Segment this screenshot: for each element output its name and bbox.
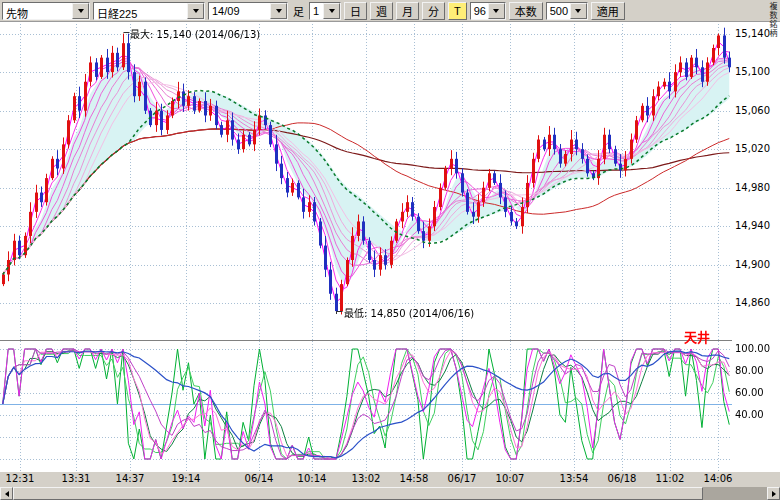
price-axis: 15,14015,10015,06015,02014,98014,94014,9… (735, 22, 779, 340)
x-axis-label: 13:54 (557, 473, 591, 484)
chevron-down-icon[interactable] (570, 3, 587, 19)
x-axis-label: 14:58 (397, 473, 431, 484)
price-axis-label: 15,100 (735, 66, 770, 77)
price-axis-label: 15,060 (735, 105, 770, 116)
period-minute-button[interactable]: 分 (422, 2, 445, 20)
price-axis-label: 15,140 (735, 28, 770, 39)
indicator-axis-label: 80.00 (735, 365, 764, 376)
x-axis-label: 14:37 (113, 473, 147, 484)
x-axis-label: 10:07 (493, 473, 527, 484)
app-window: 先物 日経225 14/09 足 1 日 週 月 分 T 96 本数 500 適… (0, 0, 780, 500)
apply-button[interactable]: 適用 (591, 2, 625, 20)
toolbar: 先物 日経225 14/09 足 1 日 週 月 分 T 96 本数 500 適… (0, 0, 780, 22)
price-axis-label: 15,020 (735, 143, 770, 154)
chevron-down-icon[interactable] (270, 3, 287, 19)
x-axis-label: 19:14 (169, 473, 203, 484)
scroll-left-button[interactable] (0, 487, 13, 500)
interval-select[interactable]: 1 (309, 2, 341, 20)
x-axis-label: 13:31 (59, 473, 93, 484)
x-axis-label: 13:02 (349, 473, 383, 484)
x-axis-label: 06/17 (445, 473, 479, 484)
period-week-button[interactable]: 週 (370, 2, 393, 20)
symbol-select[interactable]: 日経225 (93, 2, 205, 20)
price-axis-label: 14,860 (735, 297, 770, 308)
x-axis-label: 06/14 (242, 473, 276, 484)
ceiling-label: 天井 (684, 327, 710, 346)
main-chart-canvas[interactable] (0, 22, 732, 340)
contract-month-value: 14/09 (209, 3, 270, 19)
price-axis-label: 14,900 (735, 259, 770, 270)
tick-button[interactable]: T (448, 2, 467, 20)
scroll-right-icon (772, 491, 776, 497)
indicator-axis: 100.0080.0060.0040.00 (735, 340, 779, 472)
bars-value: 500 (547, 3, 570, 19)
x-axis-label: 12:31 (3, 473, 37, 484)
x-axis-label: 14:06 (701, 473, 735, 484)
symbol-value: 日経225 (94, 3, 187, 19)
instrument-select[interactable]: 先物 (2, 2, 90, 20)
period-day-button[interactable]: 日 (344, 2, 367, 20)
x-axis: 12:3113:3114:3719:1406/1410:1413:0214:58… (0, 473, 780, 487)
x-axis-label: 11:02 (653, 473, 687, 484)
price-axis-label: 14,980 (735, 182, 770, 193)
interval-value: 1 (310, 3, 323, 19)
indicator-axis-label: 60.00 (735, 387, 764, 398)
honsu-button[interactable]: 本数 (509, 2, 543, 20)
chevron-down-icon[interactable] (488, 3, 505, 19)
scroll-right-button[interactable] (767, 487, 780, 500)
x-axis-label: 10:14 (295, 473, 329, 484)
price-axis-label: 14,940 (735, 220, 770, 231)
x-axis-label: 06/18 (605, 473, 639, 484)
scroll-left-icon (5, 491, 9, 497)
scrollbar-horizontal[interactable] (0, 487, 780, 500)
chevron-down-icon[interactable] (187, 3, 204, 19)
count-value: 96 (471, 3, 488, 19)
max-annotation: 最大: 15,140 (2014/06/13) (130, 26, 260, 41)
indicator-axis-label: 40.00 (735, 409, 764, 420)
count-select[interactable]: 96 (470, 2, 506, 20)
scrollbar-thumb[interactable] (13, 487, 703, 500)
ashi-label: 足 (291, 3, 306, 19)
bars-select[interactable]: 500 (546, 2, 588, 20)
min-annotation: 最低: 14,850 (2014/06/16) (344, 305, 474, 320)
chevron-down-icon[interactable] (72, 3, 89, 19)
indicator-axis-label: 100.00 (735, 343, 770, 354)
period-month-button[interactable]: 月 (396, 2, 419, 20)
instrument-value: 先物 (3, 3, 72, 19)
indicator-chart-canvas[interactable] (0, 340, 732, 472)
chevron-down-icon[interactable] (323, 3, 340, 19)
contract-month-select[interactable]: 14/09 (208, 2, 288, 20)
